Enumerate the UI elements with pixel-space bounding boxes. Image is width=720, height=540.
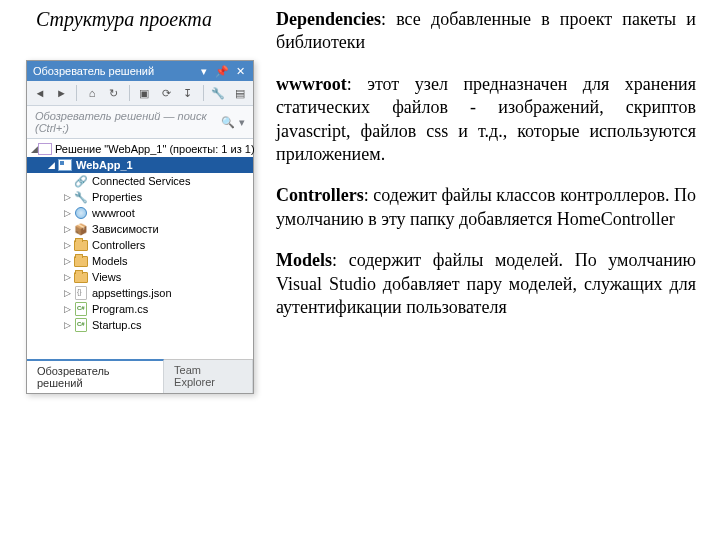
tree-controllers[interactable]: ▷ Controllers xyxy=(27,237,253,253)
pin-icon[interactable]: 📌 xyxy=(215,64,229,78)
close-icon[interactable]: ✕ xyxy=(233,64,247,78)
wrench-icon: 🔧 xyxy=(73,190,89,204)
home-button[interactable]: ⌂ xyxy=(83,84,101,102)
tree-wwwroot[interactable]: ▷ wwwroot xyxy=(27,205,253,221)
panel-title: Обозреватель решений xyxy=(33,65,193,77)
refresh-button[interactable]: ⟳ xyxy=(157,84,175,102)
search-placeholder: Обозреватель решений — поиск (Ctrl+;) xyxy=(35,110,221,134)
connected-services-icon: 🔗 xyxy=(73,174,89,188)
separator xyxy=(203,85,204,101)
node-label: Зависимости xyxy=(92,223,249,235)
toolbar: ◄ ► ⌂ ↻ ▣ ⟳ ↧ 🔧 ▤ xyxy=(27,81,253,106)
properties-button[interactable]: 🔧 xyxy=(210,84,228,102)
description-block: Dependencies: все добавленные в проект п… xyxy=(276,8,696,337)
desc-wwwroot: wwwroot: этот узел предназначен для хран… xyxy=(276,73,696,167)
tree-connected-services[interactable]: 🔗 Connected Services xyxy=(27,173,253,189)
desc-dependencies: Dependencies: все добавленные в проект п… xyxy=(276,8,696,55)
node-label: Startup.cs xyxy=(92,319,249,331)
dropdown-icon[interactable]: ▾ xyxy=(197,64,211,78)
node-label: Views xyxy=(92,271,249,283)
collapse-button[interactable]: ↧ xyxy=(179,84,197,102)
panel-tabs: Обозреватель решений Team Explorer xyxy=(27,359,253,393)
project-label: WebApp_1 xyxy=(76,159,249,171)
solution-icon xyxy=(38,142,52,156)
slide-title: Структура проекта xyxy=(36,8,212,31)
node-label: appsettings.json xyxy=(92,287,249,299)
node-label: wwwroot xyxy=(92,207,249,219)
expand-icon[interactable]: ▷ xyxy=(61,224,73,234)
solution-explorer-panel: Обозреватель решений ▾ 📌 ✕ ◄ ► ⌂ ↻ ▣ ⟳ ↧… xyxy=(26,60,254,394)
node-label: Properties xyxy=(92,191,249,203)
search-box[interactable]: Обозреватель решений — поиск (Ctrl+;) 🔍 … xyxy=(27,106,253,139)
tree-models[interactable]: ▷ Models xyxy=(27,253,253,269)
expand-icon[interactable]: ▷ xyxy=(61,192,73,202)
node-label: Controllers xyxy=(92,239,249,251)
expand-icon[interactable]: ▷ xyxy=(61,240,73,250)
tab-solution-explorer[interactable]: Обозреватель решений xyxy=(27,359,164,393)
package-icon: 📦 xyxy=(73,222,89,236)
folder-icon xyxy=(73,254,89,268)
solution-node[interactable]: ◢ Решение "WebApp_1" (проекты: 1 из 1) xyxy=(27,141,253,157)
tree-views[interactable]: ▷ Views xyxy=(27,269,253,285)
node-label: Models xyxy=(92,255,249,267)
tree-startup-cs[interactable]: ▷ Startup.cs xyxy=(27,317,253,333)
expand-icon[interactable]: ▷ xyxy=(61,256,73,266)
tab-team-explorer[interactable]: Team Explorer xyxy=(164,360,253,393)
folder-icon xyxy=(73,238,89,252)
tree-view: ◢ Решение "WebApp_1" (проекты: 1 из 1) ◢… xyxy=(27,139,253,359)
back-button[interactable]: ◄ xyxy=(31,84,49,102)
collapse-icon[interactable]: ◢ xyxy=(45,160,57,170)
tree-appsettings[interactable]: ▷ appsettings.json xyxy=(27,285,253,301)
desc-models: Models: содержит файлы моделей. По умолч… xyxy=(276,249,696,319)
panel-titlebar: Обозреватель решений ▾ 📌 ✕ xyxy=(27,61,253,81)
csharp-file-icon xyxy=(73,318,89,332)
csharp-file-icon xyxy=(73,302,89,316)
forward-button[interactable]: ► xyxy=(53,84,71,102)
project-icon xyxy=(57,158,73,172)
show-all-files-button[interactable]: ▣ xyxy=(136,84,154,102)
project-node[interactable]: ◢ WebApp_1 xyxy=(27,157,253,173)
separator xyxy=(76,85,77,101)
expand-icon[interactable]: ▷ xyxy=(61,208,73,218)
expand-icon[interactable]: ▷ xyxy=(61,304,73,314)
json-file-icon xyxy=(73,286,89,300)
globe-icon xyxy=(73,206,89,220)
view-button[interactable]: ▤ xyxy=(231,84,249,102)
folder-icon xyxy=(73,270,89,284)
tree-properties[interactable]: ▷ 🔧 Properties xyxy=(27,189,253,205)
separator xyxy=(129,85,130,101)
solution-label: Решение "WebApp_1" (проекты: 1 из 1) xyxy=(55,143,255,155)
tree-program-cs[interactable]: ▷ Program.cs xyxy=(27,301,253,317)
expand-icon[interactable]: ▷ xyxy=(61,320,73,330)
tree-dependencies[interactable]: ▷ 📦 Зависимости xyxy=(27,221,253,237)
expand-icon[interactable]: ▷ xyxy=(61,288,73,298)
expand-icon[interactable]: ▷ xyxy=(61,272,73,282)
collapse-icon[interactable]: ◢ xyxy=(31,144,38,154)
search-icon: 🔍 xyxy=(221,116,235,129)
desc-controllers: Controllers: содежит файлы классов контр… xyxy=(276,184,696,231)
node-label: Connected Services xyxy=(92,175,249,187)
node-label: Program.cs xyxy=(92,303,249,315)
chevron-down-icon[interactable]: ▾ xyxy=(239,116,245,129)
sync-button[interactable]: ↻ xyxy=(105,84,123,102)
